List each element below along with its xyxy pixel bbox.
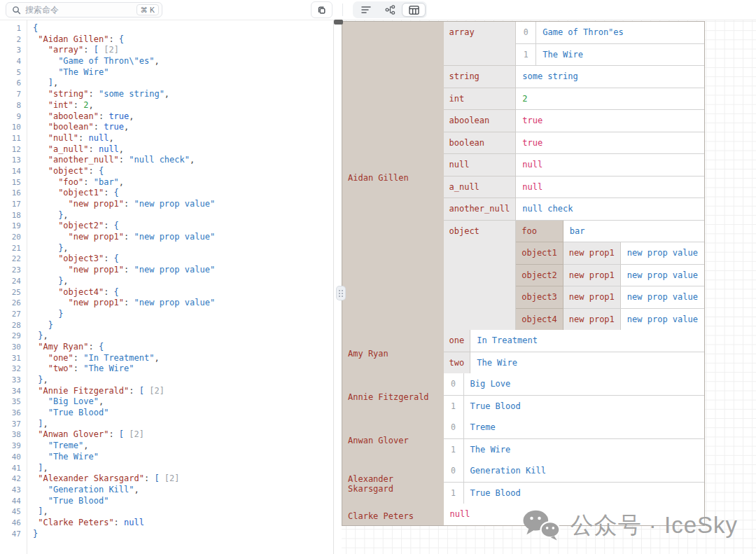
toolbar: ⌘ K	[0, 0, 756, 20]
code-line-content: "Treme",	[27, 441, 89, 452]
code-line: 18 },	[0, 210, 333, 221]
nested-table: new prop1new prop value	[564, 265, 704, 286]
code-line: 6 ],	[0, 78, 333, 89]
line-number: 33	[0, 375, 27, 386]
code-line: 1{	[0, 23, 333, 34]
nested-table: 0Generation Kill1True Blood	[444, 460, 704, 504]
top-level-key-cell: Alexander Skarsgard	[342, 460, 444, 504]
line-number: 13	[0, 155, 27, 166]
code-line-content: "Amy Ryan": {	[27, 342, 104, 353]
code-editor[interactable]: 1{2 "Aidan Gillen": {3 "array": [ [2]4 "…	[0, 20, 334, 554]
search-box[interactable]: ⌘ K	[6, 2, 162, 18]
search-input[interactable]	[21, 5, 136, 15]
line-number: 17	[0, 199, 27, 210]
code-line-content: },	[27, 210, 69, 221]
line-number: 27	[0, 309, 27, 320]
value-cell: The Wire	[463, 438, 704, 460]
line-number: 1	[0, 23, 27, 34]
table-row: abooleantrue	[444, 110, 704, 132]
nested-table: new prop1new prop value	[564, 286, 704, 308]
nested-table: 0Big Love1True Blood	[444, 373, 704, 417]
line-number: 19	[0, 221, 27, 232]
value-cell: The Wire	[536, 43, 704, 65]
top-level-key-cell: Anwan Glover	[342, 417, 444, 460]
code-line-content: {	[27, 23, 38, 34]
table-row: new prop1new prop value	[564, 242, 704, 264]
value-cell: In Treatment	[470, 330, 704, 352]
line-number: 23	[0, 265, 27, 276]
copy-button[interactable]	[311, 1, 332, 18]
code-line-content: "new prop1": "new prop value"	[27, 199, 215, 210]
value-cell: Big Love	[463, 373, 704, 395]
code-line: 20 "new prop1": "new prop value"	[0, 232, 333, 243]
code-line: 10 "boolean": true,	[0, 122, 333, 133]
line-number: 3	[0, 45, 27, 56]
key-cell: object4	[516, 308, 563, 330]
code-line: 36 "True Blood"	[0, 408, 333, 419]
line-number: 8	[0, 100, 27, 111]
code-line: 22 "object3": {	[0, 254, 333, 265]
code-line: 32 "two": "The Wire"	[0, 363, 333, 375]
value-cell: bar	[563, 221, 704, 242]
code-line: 16 "object1": {	[0, 188, 333, 199]
code-line-content: "Clarke Peters": null	[27, 518, 144, 529]
code-line: 43 "Generation Kill",	[0, 485, 333, 496]
code-line: 45 ],	[0, 506, 333, 518]
line-number: 11	[0, 133, 27, 144]
watermark: 公众号 · IceSky	[522, 509, 738, 541]
index-cell: 0	[444, 460, 464, 482]
code-line: 9 "aboolean": true,	[0, 111, 333, 123]
line-number: 41	[0, 463, 27, 474]
table-view-button[interactable]	[402, 3, 426, 17]
line-number: 16	[0, 188, 27, 199]
value-cell: null check	[516, 198, 704, 221]
code-line: 41 ],	[0, 463, 333, 474]
scrollbar-thumb[interactable]	[334, 20, 343, 25]
table-row: new prop1new prop value	[564, 265, 704, 286]
code-line-content: ],	[27, 419, 48, 430]
line-number: 32	[0, 363, 27, 375]
line-number: 28	[0, 320, 27, 331]
code-line-content: "Generation Kill",	[27, 485, 139, 496]
code-line-content: "The Wire"	[27, 452, 99, 463]
code-line-content: "array": [ [2]	[27, 45, 119, 56]
code-line: 19 "object2": {	[0, 221, 333, 232]
graph-view-button[interactable]	[378, 3, 402, 17]
code-line: 31 "one": "In Treatment",	[0, 353, 333, 364]
table-row: a_nullnull	[444, 176, 704, 198]
nested-table: foobarobject1new prop1new prop valueobje…	[516, 221, 704, 331]
code-line: 38 "Anwan Glover": [ [2]	[0, 429, 333, 441]
top-level-key-cell: Aidan Gillen	[342, 22, 444, 331]
line-number: 40	[0, 452, 27, 463]
key-cell: two	[444, 352, 470, 373]
nested-table: oneIn TreatmenttwoThe Wire	[444, 330, 704, 373]
table-row: objectfoobarobject1new prop1new prop val…	[444, 220, 704, 330]
code-line-content: "object2": {	[27, 221, 119, 232]
code-line: 11 "null": null,	[0, 133, 333, 144]
code-line-content: "another_null": "null check",	[27, 155, 195, 166]
code-line: 28 }	[0, 320, 333, 331]
table-row: Aidan Gillenarray0Game of Thron"es1The W…	[342, 22, 705, 331]
line-number: 7	[0, 89, 27, 100]
text-view-button[interactable]	[354, 3, 378, 17]
line-number: 4	[0, 56, 27, 67]
code-line-content: "int": 2,	[27, 100, 94, 111]
code-line: 24 },	[0, 276, 333, 287]
value-cell: Generation Kill	[463, 460, 704, 482]
key-cell: aboolean	[444, 110, 516, 132]
index-cell: 1	[444, 395, 464, 417]
line-number: 24	[0, 276, 27, 287]
code-line-content: "new prop1": "new prop value"	[27, 265, 215, 276]
key-cell: a_null	[444, 176, 516, 198]
table-view-pane: Aidan Gillenarray0Game of Thron"es1The W…	[342, 20, 756, 554]
pane-resizer[interactable]	[337, 286, 345, 300]
value-cell: new prop value	[620, 265, 704, 286]
code-line: 12 "a_null": null,	[0, 144, 333, 155]
code-line-content: "Aidan Gillen": {	[27, 34, 124, 46]
code-line-content: "string": "some string",	[27, 89, 169, 100]
line-number: 43	[0, 485, 27, 496]
code-line-content: }	[27, 309, 63, 320]
line-number: 36	[0, 408, 27, 419]
line-number: 34	[0, 386, 27, 397]
code-line: 34 "Annie Fitzgerald": [ [2]	[0, 386, 333, 397]
